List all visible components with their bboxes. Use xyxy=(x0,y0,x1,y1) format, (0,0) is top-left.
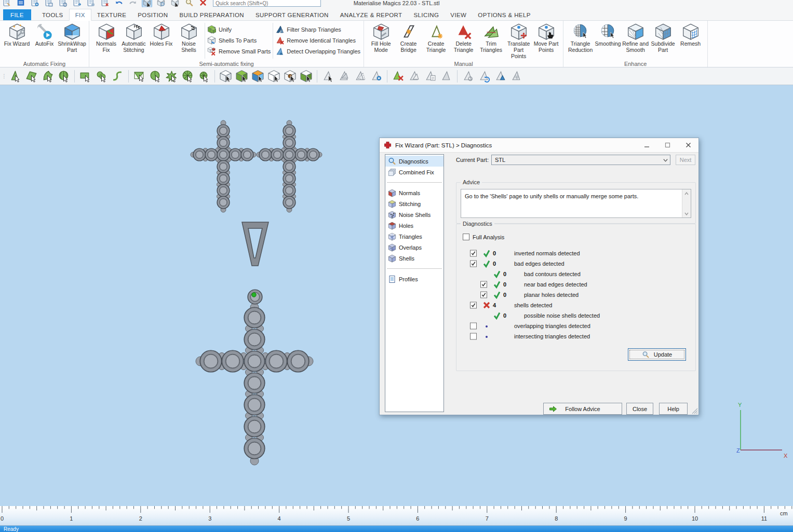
diagnostic-checkbox[interactable] xyxy=(480,292,487,298)
triangle-gear-icon[interactable] xyxy=(370,70,383,83)
scroll-down-icon[interactable] xyxy=(683,210,690,217)
tab-options-help[interactable]: OPTIONS & HELP xyxy=(472,9,536,20)
cube-white-cursor-icon[interactable] xyxy=(219,70,232,83)
select-rectangle-icon[interactable] xyxy=(79,70,92,83)
detect-overlapping-triangles-button[interactable]: Detect Overlapping Triangles xyxy=(275,47,360,56)
tab-slicing[interactable]: SLICING xyxy=(408,9,445,20)
advice-scrollbar[interactable] xyxy=(682,189,691,217)
triangle-doc-icon[interactable] xyxy=(424,70,437,83)
move-part-points-button[interactable]: Move Part Points xyxy=(532,22,560,54)
fix-page-profiles[interactable]: Profiles xyxy=(385,274,443,284)
cube-inside-cursor-icon[interactable] xyxy=(284,70,297,83)
triangle-cursor-icon[interactable] xyxy=(321,70,334,83)
select-shell-icon[interactable] xyxy=(57,70,70,83)
trim-triangles-button[interactable]: Trim Triangles xyxy=(477,22,505,54)
tab-analyze-report[interactable]: ANALYZE & REPORT xyxy=(334,9,408,20)
fix-page-normals[interactable]: Normals xyxy=(385,187,443,198)
shells-to-parts-button[interactable]: Shells To Parts xyxy=(207,36,271,45)
select-plane-icon[interactable] xyxy=(25,70,38,83)
select-curve-icon[interactable] xyxy=(111,70,124,83)
stl-part-cross-pendants[interactable] xyxy=(177,117,332,475)
resize-grip[interactable] xyxy=(691,407,698,414)
triangle-copy-icon[interactable] xyxy=(408,70,421,83)
fix-page-overlaps[interactable]: Overlaps xyxy=(385,242,443,253)
maximize-button[interactable] xyxy=(657,139,678,152)
select-star-icon[interactable] xyxy=(165,70,178,83)
triangle-circle-icon[interactable] xyxy=(462,70,475,83)
cube-outline-cursor-icon[interactable] xyxy=(267,70,280,83)
update-button[interactable]: Update xyxy=(628,348,686,361)
noise-shells-button[interactable]: Noise Shells xyxy=(175,22,203,54)
translate-part-points-button[interactable]: Translate Part Points xyxy=(505,22,532,60)
diagnostic-checkbox[interactable] xyxy=(470,261,477,267)
help-button[interactable]: Help xyxy=(659,403,688,415)
select-triangle-icon[interactable] xyxy=(9,70,22,83)
scroll-up-icon[interactable] xyxy=(683,189,690,197)
select-window-icon[interactable] xyxy=(133,70,146,83)
fix-page-triangles[interactable]: Triangles xyxy=(385,231,443,242)
tab-fix[interactable]: FIX xyxy=(69,9,91,21)
autofix-button[interactable]: AutoFix xyxy=(31,22,58,48)
shrinkwrap-part-button[interactable]: ShrinkWrap Part xyxy=(58,22,86,54)
refine-and-smooth-button[interactable]: Refine and Smooth xyxy=(622,22,649,54)
dialog-titlebar[interactable]: Fix Wizard (Part: STL) > Diagnostics xyxy=(380,138,698,153)
fix-page-combined-fix[interactable]: Combined Fix xyxy=(385,167,443,178)
fix-page-noise-shells[interactable]: Noise Shells xyxy=(385,209,443,220)
select-wheel-icon[interactable] xyxy=(181,70,194,83)
triangle-pair-icon[interactable] xyxy=(354,70,367,83)
subdivide-part-button[interactable]: Subdivide Part xyxy=(649,22,677,54)
select-wheel-small-icon[interactable] xyxy=(197,70,210,83)
full-analysis-checkbox[interactable] xyxy=(463,234,469,240)
close-button[interactable] xyxy=(678,139,698,152)
holes-fix-button[interactable]: Holes Fix xyxy=(147,22,175,48)
remove-identical-triangles-button[interactable]: Remove Identical Triangles xyxy=(275,36,360,45)
diagnostic-checkbox[interactable] xyxy=(470,302,477,309)
next-button[interactable]: Next xyxy=(676,155,695,165)
fix-page-stitching[interactable]: Stitching xyxy=(385,198,443,209)
model-cross-left[interactable] xyxy=(191,120,256,212)
smoothing-button[interactable]: Smoothing xyxy=(594,22,622,48)
automatic-stitching-button[interactable]: Automatic Stitching xyxy=(120,22,147,54)
tab-tools[interactable]: TOOLS xyxy=(36,9,69,20)
fix-wizard-button[interactable]: Fix Wizard xyxy=(3,22,31,48)
triangle-plane-icon[interactable] xyxy=(338,70,351,83)
tab-file[interactable]: FILE xyxy=(3,9,31,20)
filter-sharp-triangles-button[interactable]: Filter Sharp Triangles xyxy=(275,25,360,34)
tab-position[interactable]: POSITION xyxy=(132,9,173,20)
tab-build-preparation[interactable]: BUILD PREPARATION xyxy=(173,9,250,20)
toolbar-grip-icon[interactable]: ⋮ xyxy=(2,75,4,77)
select-surface-icon[interactable] xyxy=(41,70,54,83)
remove-small-parts-button[interactable]: Remove Small Parts xyxy=(207,47,271,56)
fix-page-diagnostics[interactable]: Diagnostics xyxy=(385,156,443,167)
delete-triangle-button[interactable]: Delete Triangle xyxy=(450,22,477,54)
fix-page-shells[interactable]: Shells xyxy=(385,253,443,264)
triangle-gray-icon[interactable] xyxy=(440,70,453,83)
model-pendant-bail[interactable] xyxy=(242,222,268,266)
triangle-grid-icon[interactable] xyxy=(510,70,523,83)
diagnostic-checkbox[interactable] xyxy=(470,323,477,330)
current-part-select[interactable]: STL xyxy=(491,155,670,165)
fill-hole-mode-button[interactable]: Fill Hole Mode xyxy=(367,22,395,54)
cube-green-cursor-icon[interactable] xyxy=(235,70,248,83)
normals-fix-button[interactable]: Normals Fix xyxy=(92,22,120,54)
minimize-button[interactable] xyxy=(636,139,657,152)
model-cross-right[interactable] xyxy=(257,120,322,212)
select-brush-icon[interactable] xyxy=(95,70,108,83)
fix-page-holes[interactable]: Holes xyxy=(385,220,443,231)
viewport-3d[interactable]: Y X Z Fix Wizard (Part: STL) > Diagnosti… xyxy=(0,85,793,506)
tab-support-generation[interactable]: SUPPORT GENERATION xyxy=(250,9,334,20)
select-pie-icon[interactable] xyxy=(149,70,162,83)
model-cross-large[interactable] xyxy=(196,290,313,465)
tab-view[interactable]: VIEW xyxy=(445,9,472,20)
diagnostic-checkbox[interactable] xyxy=(470,333,477,340)
cube-green2-cursor-icon[interactable] xyxy=(300,70,313,83)
close-dialog-button[interactable]: Close xyxy=(626,403,653,415)
diagnostic-checkbox[interactable] xyxy=(480,281,487,288)
unify-button[interactable]: Unify xyxy=(207,25,271,34)
triangle-arrows-icon[interactable] xyxy=(478,70,491,83)
triangle-delete-icon[interactable] xyxy=(392,70,405,83)
cube-color-cursor-icon[interactable] xyxy=(251,70,264,83)
triangle-reduction-button[interactable]: Triangle Reduction xyxy=(567,22,594,54)
triangle-cone-icon[interactable] xyxy=(494,70,507,83)
create-bridge-button[interactable]: Create Bridge xyxy=(395,22,422,54)
